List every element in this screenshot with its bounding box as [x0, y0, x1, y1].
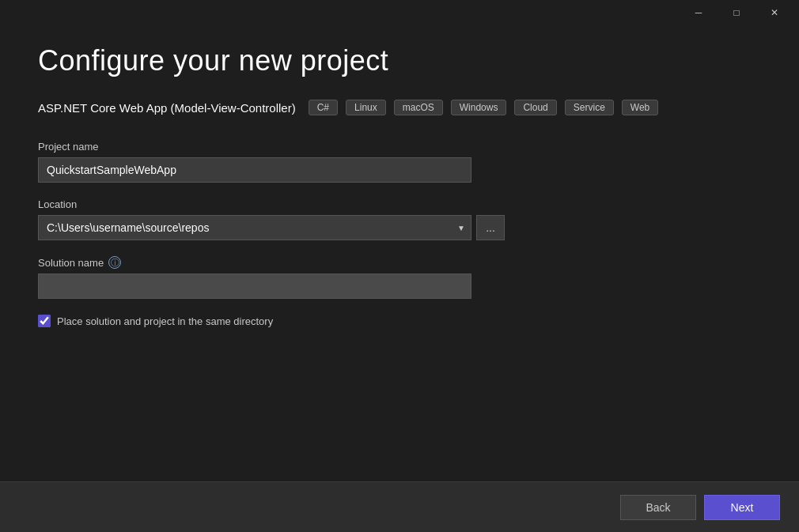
back-button[interactable]: Back [620, 495, 696, 520]
page-title: Configure your new project [38, 44, 761, 77]
solution-name-info-icon[interactable]: ⓘ [108, 256, 121, 269]
maximize-button[interactable]: □ [718, 0, 755, 25]
close-button[interactable]: ✕ [756, 0, 793, 25]
project-name-section: Project name [38, 141, 761, 183]
tag-csharp: C# [309, 100, 338, 115]
same-directory-label: Place solution and project in the same d… [57, 315, 273, 327]
solution-name-label: Solution name ⓘ [38, 256, 761, 269]
solution-name-input[interactable] [38, 274, 471, 299]
tag-cloud: Cloud [514, 100, 556, 115]
bottom-bar: Back Next [0, 481, 799, 532]
tag-windows: Windows [451, 100, 507, 115]
location-section: Location C:\Users\username\source\repos … [38, 198, 761, 240]
solution-name-section: Solution name ⓘ [38, 256, 761, 299]
browse-button[interactable]: ... [476, 215, 505, 240]
main-content: Configure your new project ASP.NET Core … [0, 25, 799, 346]
project-type-name: ASP.NET Core Web App (Model-View-Control… [38, 101, 296, 115]
location-dropdown-wrapper: C:\Users\username\source\repos ▼ [38, 215, 471, 240]
tag-web: Web [622, 100, 658, 115]
minimize-button[interactable]: ─ [680, 0, 717, 25]
tag-macos: macOS [394, 100, 443, 115]
tag-service: Service [565, 100, 614, 115]
project-type-row: ASP.NET Core Web App (Model-View-Control… [38, 100, 761, 115]
project-name-input[interactable] [38, 157, 471, 183]
project-name-label: Project name [38, 141, 761, 153]
next-button[interactable]: Next [704, 495, 780, 520]
same-directory-row: Place solution and project in the same d… [38, 315, 761, 327]
location-label: Location [38, 198, 761, 210]
title-bar: ─ □ ✕ [0, 0, 799, 25]
same-directory-checkbox[interactable] [38, 315, 51, 327]
location-row: C:\Users\username\source\repos ▼ ... [38, 215, 761, 240]
location-dropdown[interactable]: C:\Users\username\source\repos [38, 215, 471, 240]
tag-linux: Linux [346, 100, 386, 115]
